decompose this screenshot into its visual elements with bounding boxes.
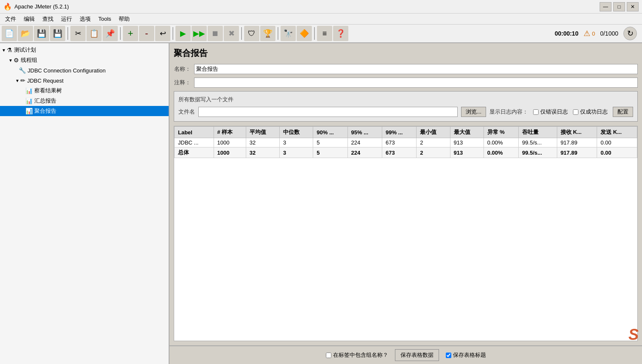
sidebar-item-aggregate-report[interactable]: 📊 聚合报告 (0, 106, 169, 116)
name-label: 名称： (174, 65, 191, 73)
stop-button[interactable]: ✖ (224, 26, 239, 41)
success-only-checkbox[interactable] (573, 109, 578, 115)
sidebar-item-summary-report[interactable]: 📊 汇总报告 (0, 96, 169, 106)
summary-report-label: 汇总报告 (34, 97, 56, 105)
col-label: Label (175, 127, 214, 138)
sidebar-item-thread-group[interactable]: ▼ ⚙ 线程组 (0, 55, 169, 65)
table-cell: 224 (347, 138, 382, 147)
success-only-checkbox-label[interactable]: 仅成功日志 (573, 108, 608, 116)
table-cell: 2 (417, 147, 450, 158)
file-input[interactable] (198, 107, 458, 117)
comment-input[interactable] (194, 78, 638, 88)
table-cell: 5 (313, 147, 347, 158)
table-cell: 5 (313, 138, 347, 147)
col-received: 接收 K... (557, 127, 597, 138)
warning-icon: ⚠ (584, 29, 590, 38)
success-only-label: 仅成功日志 (580, 108, 608, 116)
menu-item-帮助[interactable]: 帮助 (115, 14, 133, 24)
table-cell: 3 (280, 138, 313, 147)
expand-arrow-thread[interactable]: ▼ (8, 58, 13, 63)
help-button[interactable]: ❓ (333, 26, 348, 41)
sidebar: ▼ ⚗ 测试计划 ▼ ⚙ 线程组 🔧 JDBC Connection Confi… (0, 43, 170, 364)
name-input[interactable] (194, 64, 638, 74)
menu-item-查找[interactable]: 查找 (39, 14, 57, 24)
add-button[interactable]: + (123, 26, 138, 41)
sidebar-item-view-results[interactable]: 📊 察看结果树 (0, 86, 169, 96)
stop-all-button[interactable]: ⏹ (208, 26, 223, 41)
table-cell: 673 (382, 147, 416, 158)
save-data-button[interactable]: 保存表格数据 (395, 349, 439, 361)
close-button[interactable]: ✕ (627, 2, 639, 11)
log-options: 显示日志内容： 仅错误日志 仅成功日志 配置 (489, 107, 633, 117)
error-only-checkbox-label[interactable]: 仅错误日志 (533, 108, 568, 116)
test1-button[interactable]: 🛡 (244, 26, 259, 41)
config-button[interactable]: 配置 (613, 107, 633, 117)
table-cell: 99.5/s... (519, 138, 557, 147)
save-header-checkbox[interactable] (446, 353, 451, 358)
separator-6 (314, 27, 315, 40)
name-row: 名称： (174, 64, 638, 74)
jdbc-request-label: JDBC Request (27, 78, 64, 84)
table-cell: 2 (417, 138, 450, 147)
aggregate-table: Label # 样本 平均值 中位数 90% ... 95% ... 99% .… (174, 126, 637, 158)
app-title: Apache JMeter (5.2.1) (14, 3, 69, 10)
error-only-label: 仅错误日志 (540, 108, 568, 116)
menu-item-编辑[interactable]: 编辑 (20, 14, 38, 24)
menu-bar: 文件编辑查找运行选项Tools帮助 (0, 14, 642, 25)
expand-arrow-jdbc[interactable]: ▼ (15, 78, 19, 83)
counter-display: 0/1000 (600, 30, 618, 37)
table-cell: 32 (246, 138, 279, 147)
table-cell: 913 (450, 147, 484, 158)
include-group-checkbox-label[interactable]: 在标签中包含组名称？ (326, 351, 388, 359)
include-group-checkbox[interactable] (326, 353, 331, 358)
search-button[interactable]: 🔭 (281, 26, 296, 41)
save-header-checkbox-label[interactable]: 保存表格标题 (446, 351, 486, 359)
col-p95: 95% ... (347, 127, 382, 138)
save-template-button[interactable]: 💾 (34, 26, 49, 41)
watermark: S (628, 326, 639, 344)
sidebar-item-test-plan[interactable]: ▼ ⚗ 测试计划 (0, 45, 169, 55)
warning-display: ⚠ 0 (584, 29, 595, 38)
aggregate-report-icon: 📊 (25, 108, 33, 114)
table-row: JDBC ...1000323522467329130.00%99.5/s...… (175, 138, 637, 147)
copy-button[interactable]: 📋 (86, 26, 102, 41)
paste-button[interactable]: 📌 (103, 26, 118, 41)
cut-button[interactable]: ✂ (70, 26, 86, 41)
menu-item-选项[interactable]: 选项 (76, 14, 94, 24)
title-bar-controls: — □ ✕ (600, 2, 639, 11)
table-cell: 224 (347, 147, 382, 158)
reset-button[interactable]: 🔶 (297, 26, 312, 41)
table-cell: 总体 (175, 147, 214, 158)
jdbc-request-icon: ✏ (20, 77, 25, 84)
sidebar-item-jdbc-config[interactable]: 🔧 JDBC Connection Configuration (0, 65, 169, 75)
sidebar-item-jdbc-request[interactable]: ▼ ✏ JDBC Request (0, 75, 169, 86)
col-median: 中位数 (280, 127, 313, 138)
remove-button[interactable]: - (139, 26, 154, 41)
jdbc-config-label: JDBC Connection Configuration (28, 67, 106, 74)
test-plan-label: 测试计划 (14, 46, 36, 54)
table-cell: 0.00% (484, 138, 518, 147)
table-row: 总体1000323522467329130.00%99.5/s...917.89… (175, 147, 637, 158)
separator-3 (172, 27, 173, 40)
maximize-button[interactable]: □ (613, 2, 625, 11)
new-button[interactable]: 📄 (2, 26, 17, 41)
browse-button[interactable]: 浏览... (461, 107, 486, 117)
save-button[interactable]: 💾 (50, 26, 65, 41)
toolbar-right: 00:00:10 ⚠ 0 0/1000 ↻ (555, 27, 640, 40)
test2-button[interactable]: 🏆 (260, 26, 275, 41)
error-only-checkbox[interactable] (533, 109, 539, 115)
list-button[interactable]: ≡ (317, 26, 332, 41)
menu-item-Tools[interactable]: Tools (95, 15, 114, 23)
toolbar: 📄 📂 💾 💾 ✂ 📋 📌 + - ↩ ▶ ▶▶ ⏹ ✖ 🛡 🏆 🔭 🔶 ≡ ❓… (0, 25, 642, 43)
save-header-label: 保存表格标题 (453, 351, 486, 359)
refresh-button[interactable]: ↻ (623, 27, 637, 40)
clear-button[interactable]: ↩ (155, 26, 170, 41)
minimize-button[interactable]: — (600, 2, 611, 11)
menu-item-运行[interactable]: 运行 (58, 14, 75, 24)
expand-arrow[interactable]: ▼ (2, 48, 6, 53)
open-button[interactable]: 📂 (18, 26, 33, 41)
col-error-pct: 异常 % (484, 127, 518, 138)
start-button[interactable]: ▶ (175, 26, 191, 41)
menu-item-文件[interactable]: 文件 (2, 14, 19, 24)
start-nopauses-button[interactable]: ▶▶ (192, 26, 207, 41)
